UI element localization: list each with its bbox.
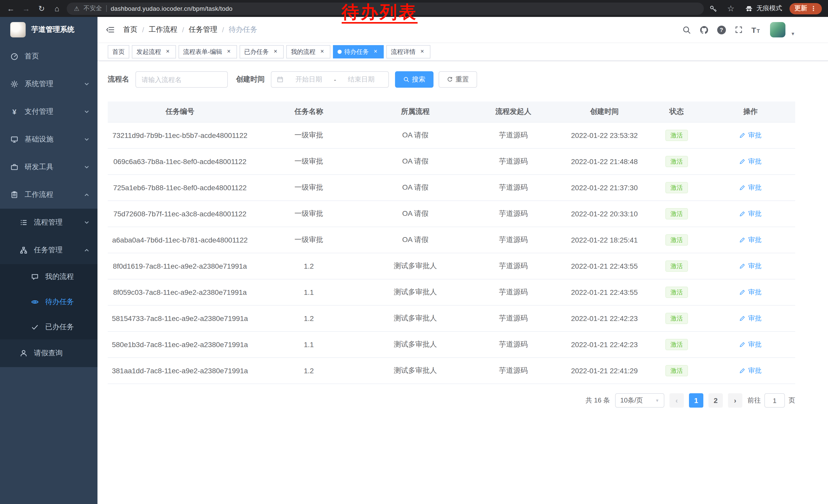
app-root: 芋道管理系统 首页 系统管理 ¥ 支付管理 <box>0 17 828 504</box>
cell-actions: 审批 <box>706 358 795 384</box>
approve-label: 审批 <box>748 183 761 192</box>
user-avatar[interactable] <box>770 22 785 37</box>
cell-process-name: OA 请假 <box>366 148 465 175</box>
tab[interactable]: 发起流程× <box>132 45 176 58</box>
tab-close-icon[interactable]: × <box>272 48 279 55</box>
approve-link[interactable]: 审批 <box>740 288 761 297</box>
date-range-picker[interactable]: 开始日期 - 结束日期 <box>271 71 389 88</box>
sidebar-item-task-management[interactable]: 任务管理 <box>0 236 97 264</box>
cell-actions: 审批 <box>706 305 795 331</box>
approve-link[interactable]: 审批 <box>740 131 761 140</box>
cell-task-name: 一级审批 <box>252 175 366 201</box>
approve-link[interactable]: 审批 <box>740 366 761 375</box>
chevron-up-icon <box>84 248 89 253</box>
edit-icon <box>740 289 746 295</box>
approve-label: 审批 <box>748 288 761 297</box>
tab[interactable]: 流程详情× <box>386 45 430 58</box>
bookmark-star-icon[interactable]: ☆ <box>724 2 738 15</box>
sidebar-item-todo-tasks[interactable]: 待办任务 <box>0 289 97 314</box>
refresh-icon <box>447 77 453 83</box>
tab-label: 首页 <box>112 47 125 56</box>
tab-close-icon[interactable]: × <box>164 48 171 55</box>
github-icon[interactable] <box>700 26 708 34</box>
navbar-actions: ? TT ▼ <box>682 22 795 37</box>
status-badge: 激活 <box>665 234 688 246</box>
sidebar-item-leave-query[interactable]: 请假查询 <box>0 339 97 367</box>
pagination-page-1[interactable]: 1 <box>689 393 703 408</box>
security-label[interactable]: 不安全 <box>84 4 102 13</box>
font-size-icon[interactable]: TT <box>752 26 760 34</box>
tab[interactable]: 首页 <box>108 45 129 58</box>
tab-close-icon[interactable]: × <box>372 48 379 55</box>
sidebar-item-infrastructure[interactable]: 基础设施 <box>0 126 97 153</box>
sidebar-item-label: 系统管理 <box>25 80 78 89</box>
cell-process-name: OA 请假 <box>366 175 465 201</box>
process-name-input[interactable] <box>135 71 228 88</box>
page-size-select[interactable]: 10条/页 ▼ <box>615 393 664 408</box>
edit-icon <box>740 211 746 217</box>
breadcrumb-item-workflow[interactable]: 工作流程 <box>149 25 177 34</box>
sidebar-item-workflow[interactable]: 工作流程 <box>0 181 97 209</box>
breadcrumb-item-home[interactable]: 首页 <box>123 25 137 34</box>
sidebar-collapse-icon[interactable] <box>106 25 115 34</box>
cell-initiator: 芋道源码 <box>465 279 562 305</box>
edit-icon <box>740 184 746 191</box>
goto-page-input[interactable] <box>764 393 785 408</box>
sidebar-item-process-management[interactable]: 流程管理 <box>0 209 97 236</box>
pagination-next-button[interactable]: › <box>728 393 742 408</box>
ordered-list-icon <box>19 218 28 227</box>
sidebar-item-payment[interactable]: ¥ 支付管理 <box>0 98 97 126</box>
browser-update-button[interactable]: 更新 ⋮ <box>789 3 822 14</box>
key-icon[interactable] <box>709 4 717 12</box>
search-button[interactable]: 搜索 <box>395 71 433 88</box>
app-logo[interactable]: 芋道管理系统 <box>0 17 97 43</box>
approve-link[interactable]: 审批 <box>740 314 761 323</box>
tab[interactable]: 已办任务× <box>240 45 284 58</box>
sidebar-item-label: 基础设施 <box>25 135 78 144</box>
browser-back-button[interactable]: ← <box>4 2 17 15</box>
browser-forward-button[interactable]: → <box>19 2 33 15</box>
breadcrumb-item-todo-tasks: 待办任务 <box>229 25 257 34</box>
breadcrumb-item-task-management[interactable]: 任务管理 <box>189 25 217 34</box>
tab[interactable]: 待办任务× <box>333 45 384 58</box>
reset-button-label: 重置 <box>456 75 469 84</box>
reset-button[interactable]: 重置 <box>439 71 477 88</box>
tab-close-icon[interactable]: × <box>419 48 426 55</box>
sidebar-item-system[interactable]: 系统管理 <box>0 70 97 98</box>
tab-close-icon[interactable]: × <box>319 48 326 55</box>
help-icon[interactable]: ? <box>717 26 726 34</box>
fullscreen-icon[interactable] <box>735 26 743 34</box>
sidebar-item-devtools[interactable]: 研发工具 <box>0 153 97 181</box>
approve-link[interactable]: 审批 <box>740 235 761 244</box>
avatar-caret-icon[interactable]: ▼ <box>791 31 795 36</box>
incognito-icon <box>745 4 753 12</box>
sidebar-item-label: 流程管理 <box>34 218 78 227</box>
cell-create-time: 2022-01-22 21:37:30 <box>562 175 648 201</box>
todo-task-table: 任务编号 任务名称 所属流程 流程发起人 创建时间 状态 操作 73211d9d… <box>108 101 795 384</box>
approve-link[interactable]: 审批 <box>740 262 761 271</box>
pagination-page-2[interactable]: 2 <box>708 393 723 408</box>
start-date-placeholder: 开始日期 <box>287 75 331 84</box>
sidebar-item-done-tasks[interactable]: 已办任务 <box>0 314 97 339</box>
overflow-menu-icon[interactable]: ⋮ <box>810 5 817 12</box>
cell-status: 激活 <box>648 227 706 253</box>
sidebar-item-home[interactable]: 首页 <box>0 43 97 70</box>
pagination-prev-button[interactable]: ‹ <box>669 393 684 408</box>
chevron-down-icon <box>84 165 89 170</box>
approve-link[interactable]: 审批 <box>740 183 761 192</box>
approve-link[interactable]: 审批 <box>740 209 761 218</box>
tab[interactable]: 我的流程× <box>286 45 330 58</box>
approve-link[interactable]: 审批 <box>740 157 761 166</box>
sidebar-item-label: 待办任务 <box>45 297 89 306</box>
approve-link[interactable]: 审批 <box>740 340 761 349</box>
sidebar-item-my-processes[interactable]: 我的流程 <box>0 264 97 289</box>
warning-icon: ⚠ <box>74 5 80 12</box>
approve-label: 审批 <box>748 209 761 218</box>
tab[interactable]: 流程表单-编辑× <box>178 45 237 58</box>
search-icon[interactable] <box>682 26 691 34</box>
caret-down-icon: ▼ <box>655 398 659 403</box>
tab-close-icon[interactable]: × <box>225 48 233 55</box>
browser-reload-button[interactable]: ↻ <box>35 2 48 15</box>
browser-home-button[interactable]: ⌂ <box>50 2 64 15</box>
range-separator: - <box>334 76 336 83</box>
